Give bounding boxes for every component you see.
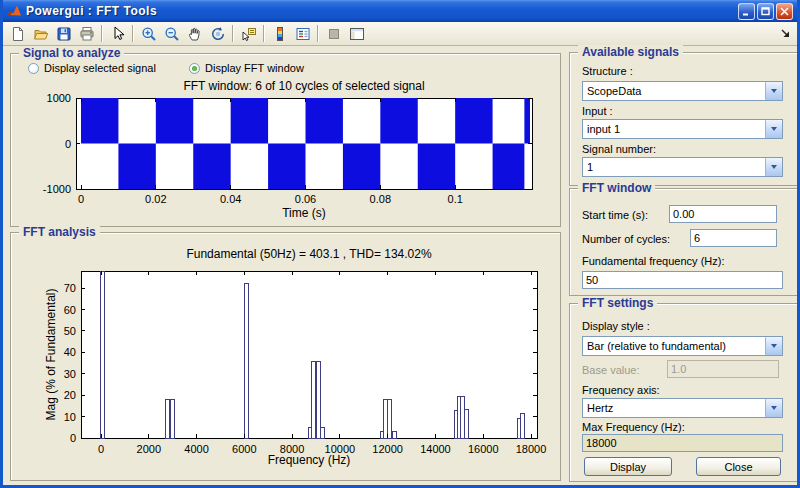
fundamental-frequency-field[interactable] [582,271,783,289]
hide-plot-tools-icon[interactable] [322,23,345,44]
matlab-logo-icon [6,3,22,19]
input-combobox[interactable]: input 1 [582,119,783,139]
toolbar-separator [101,25,103,42]
pan-icon[interactable] [183,23,206,44]
fft-analysis-panel: FFT analysis 020004000600080001000012000… [10,232,561,481]
display-fft-window-radio[interactable]: Display FFT window [189,62,304,74]
signal-to-analyze-panel: Signal to analyze Display selected signa… [10,53,561,227]
svg-text:0: 0 [65,138,71,150]
number-of-cycles-field[interactable] [690,229,777,247]
svg-text:0.1: 0.1 [448,193,463,205]
display-style-combobox[interactable]: Bar (relative to fundamental) [582,336,783,356]
input-value: input 1 [583,123,765,135]
signal-number-combobox[interactable]: 1 [582,157,783,177]
chevron-down-icon[interactable] [765,158,782,176]
structure-label: Structure : [582,65,633,77]
number-of-cycles-label: Number of cycles: [582,233,670,245]
svg-text:30: 30 [64,368,76,380]
svg-text:16000: 16000 [468,443,499,455]
chevron-down-icon[interactable] [765,82,782,100]
svg-text:0.06: 0.06 [295,193,316,205]
rotate-3d-icon[interactable] [206,23,229,44]
radio-label: Display selected signal [44,62,156,74]
chevron-down-icon[interactable] [765,337,782,355]
data-cursor-icon[interactable] [237,23,260,44]
svg-text:0.08: 0.08 [370,193,391,205]
save-figure-icon[interactable] [52,23,75,44]
svg-text:Mag (% of Fundamental): Mag (% of Fundamental) [44,288,58,420]
base-value-label: Base value: [582,364,639,376]
fft-window-title: FFT window [578,181,655,195]
svg-text:1000: 1000 [47,92,71,104]
svg-text:Fundamental (50Hz) = 403.1 , T: Fundamental (50Hz) = 403.1 , THD= 134.02… [186,247,432,261]
start-time-field[interactable] [669,205,777,223]
fft-settings-title: FFT settings [578,296,657,310]
svg-text:10: 10 [64,411,76,423]
radio-icon [28,63,39,74]
svg-text:0: 0 [98,443,104,455]
powergui-fft-tools-window: Powergui : FFT Tools [0,0,800,488]
fft-window-panel: FFT window Start time (s): Number of cyc… [569,188,798,296]
minimize-button[interactable] [738,3,755,20]
open-file-icon[interactable] [29,23,52,44]
zoom-out-icon[interactable] [160,23,183,44]
toolbar-separator [263,25,265,42]
new-figure-icon[interactable] [6,23,29,44]
signal-plot[interactable]: 00.020.040.060.080.110000-1000FFT window… [11,54,560,226]
radio-label: Display FFT window [205,62,304,74]
svg-text:2000: 2000 [137,443,161,455]
svg-text:12000: 12000 [372,443,403,455]
frequency-axis-value: Hertz [583,402,765,414]
max-frequency-field [582,434,783,452]
max-frequency-label: Max Frequency (Hz): [582,421,685,433]
display-style-value: Bar (relative to fundamental) [583,340,765,352]
chevron-down-icon[interactable] [765,399,782,417]
title-bar[interactable]: Powergui : FFT Tools [3,0,797,22]
svg-text:70: 70 [64,282,76,294]
start-time-label: Start time (s): [582,209,648,221]
edit-plot-icon[interactable] [106,23,129,44]
svg-text:50: 50 [64,325,76,337]
svg-text:0: 0 [78,193,84,205]
input-label: Input : [582,105,613,117]
fft-plot[interactable]: 0200040006000800010000120001400016000180… [11,233,560,480]
display-selected-signal-radio[interactable]: Display selected signal [28,62,156,74]
window-title: Powergui : FFT Tools [26,4,734,18]
close-button[interactable] [776,3,793,20]
display-style-label: Display style : [582,320,650,332]
toolbar [3,22,797,46]
toolbar-separator [132,25,134,42]
dock-figure-icon[interactable] [780,26,792,44]
toolbar-separator [317,25,319,42]
svg-text:18000: 18000 [516,443,547,455]
structure-combobox[interactable]: ScopeData [582,81,783,101]
insert-legend-icon[interactable] [291,23,314,44]
close-fft-button[interactable]: Close [696,457,781,476]
svg-text:0.02: 0.02 [145,193,166,205]
available-signals-title: Available signals [578,45,683,59]
display-button[interactable]: Display [584,457,672,476]
svg-text:Time (s): Time (s) [282,206,326,220]
print-figure-icon[interactable] [75,23,98,44]
chevron-down-icon[interactable] [765,120,782,138]
frequency-axis-combobox[interactable]: Hertz [582,398,783,418]
svg-text:0: 0 [70,432,76,444]
svg-text:4000: 4000 [184,443,208,455]
svg-text:Frequency (Hz): Frequency (Hz) [268,453,351,467]
svg-text:6000: 6000 [232,443,256,455]
toolbar-separator [232,25,234,42]
maximize-button[interactable] [757,3,774,20]
fundamental-frequency-label: Fundamental frequency (Hz): [582,255,724,267]
available-signals-panel: Available signals Structure : ScopeData … [569,52,798,186]
structure-value: ScopeData [583,85,765,97]
signal-number-label: Signal number: [582,143,656,155]
show-plot-tools-icon[interactable] [345,23,368,44]
radio-selected-icon [189,63,200,74]
zoom-in-icon[interactable] [137,23,160,44]
svg-text:FFT window: 6 of 10 cycles of: FFT window: 6 of 10 cycles of selected s… [183,79,424,93]
fft-settings-panel: FFT settings Display style : Bar (relati… [569,303,798,482]
signal-number-value: 1 [583,161,765,173]
svg-text:14000: 14000 [420,443,451,455]
insert-colorbar-icon[interactable] [268,23,291,44]
base-value-field [667,360,779,378]
